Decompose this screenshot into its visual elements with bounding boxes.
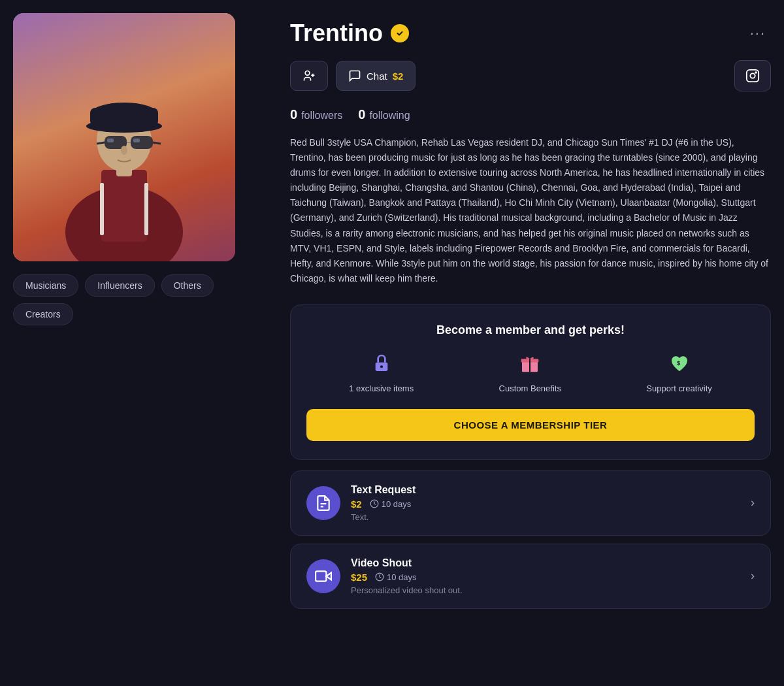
svg-rect-12 — [107, 139, 114, 142]
svg-point-22 — [750, 73, 755, 78]
perk-support-label: Support creativity — [646, 384, 711, 393]
video-shout-info: Video Shout $25 10 days Personalized vid… — [351, 557, 740, 595]
perk-exclusive-label: 1 exclusive items — [349, 384, 414, 393]
svg-rect-10 — [131, 136, 153, 149]
perk-support: $ Support creativity — [646, 353, 711, 393]
chat-button[interactable]: Chat $2 — [336, 61, 416, 91]
video-shout-desc: Personalized video shout out. — [351, 585, 740, 595]
svg-point-16 — [121, 146, 127, 155]
left-column: Musicians Influencers Others Creators — [13, 13, 274, 617]
profile-name-row: Trentino — [290, 20, 409, 47]
video-shout-meta: $25 10 days — [351, 572, 740, 583]
profile-image — [13, 13, 235, 261]
tags-container: Musicians Influencers Others Creators — [13, 274, 274, 325]
text-request-days: 10 days — [370, 499, 412, 509]
stats-row: 0 followers 0 following — [290, 107, 771, 122]
perk-custom: Custom Benefits — [499, 353, 561, 393]
svg-point-8 — [86, 120, 162, 133]
text-request-info: Text Request $2 10 days Text. — [351, 484, 740, 522]
heart-dollar-icon: $ — [669, 353, 690, 378]
svg-rect-1 — [101, 170, 147, 242]
svg-rect-3 — [144, 183, 148, 235]
following-count: 0 — [358, 107, 365, 122]
followers-stat: 0 followers — [290, 107, 342, 122]
svg-rect-13 — [133, 139, 140, 142]
video-shout-title: Video Shout — [351, 557, 740, 569]
clock-icon — [370, 499, 379, 508]
text-request-chevron: › — [751, 496, 755, 510]
membership-perks: 1 exclusive items Custom Benefits — [306, 353, 755, 393]
text-request-icon — [306, 486, 340, 520]
membership-title: Become a member and get perks! — [306, 323, 755, 337]
svg-point-18 — [305, 71, 310, 76]
following-label: following — [369, 110, 410, 122]
action-buttons-left: Chat $2 — [290, 61, 416, 91]
video-shout-icon — [306, 559, 340, 593]
svg-point-23 — [755, 72, 757, 73]
svg-line-14 — [97, 142, 105, 144]
action-buttons: Chat $2 — [290, 60, 771, 91]
svg-point-25 — [380, 365, 383, 368]
svg-rect-34 — [316, 571, 326, 581]
more-options-button[interactable]: ··· — [745, 22, 771, 44]
video-shout-chevron: › — [751, 569, 755, 583]
text-request-card[interactable]: Text Request $2 10 days Text. › — [290, 470, 771, 536]
profile-name: Trentino — [290, 20, 383, 47]
video-shout-price: $25 — [351, 572, 367, 583]
gift-icon — [519, 353, 540, 378]
svg-marker-33 — [326, 573, 331, 580]
chat-label: Chat — [367, 71, 387, 82]
perk-exclusive: 1 exclusive items — [349, 353, 414, 393]
text-request-desc: Text. — [351, 512, 740, 522]
tag-influencers[interactable]: Influencers — [85, 274, 154, 297]
followers-count: 0 — [290, 107, 297, 122]
tag-musicians[interactable]: Musicians — [13, 274, 78, 297]
instagram-button[interactable] — [734, 60, 771, 91]
followers-label: followers — [301, 110, 342, 122]
membership-cta-button[interactable]: CHOOSE A MEMBERSHIP TIER — [306, 409, 755, 441]
profile-header: Trentino ··· — [290, 20, 771, 47]
chat-price: $2 — [393, 71, 404, 82]
follow-button[interactable] — [290, 61, 328, 91]
instagram-icon — [745, 69, 760, 83]
text-request-price: $2 — [351, 498, 362, 510]
text-request-title: Text Request — [351, 484, 740, 496]
verified-badge — [391, 24, 409, 42]
chat-icon — [348, 69, 361, 82]
following-stat: 0 following — [358, 107, 410, 122]
bio-text: Red Bull 3style USA Champion, Rehab Las … — [290, 135, 771, 286]
right-column: Trentino ··· — [290, 13, 771, 617]
tag-creators[interactable]: Creators — [13, 303, 73, 325]
follow-icon — [302, 69, 316, 82]
video-shout-card[interactable]: Video Shout $25 10 days Personalized vid… — [290, 544, 771, 609]
svg-line-15 — [153, 142, 161, 144]
clock-icon-2 — [375, 572, 384, 581]
perk-custom-label: Custom Benefits — [499, 384, 561, 393]
svg-point-17 — [395, 28, 405, 39]
svg-rect-2 — [100, 183, 104, 235]
svg-text:$: $ — [677, 360, 681, 367]
video-shout-days: 10 days — [375, 572, 417, 582]
membership-card: Become a member and get perks! 1 exclusi… — [290, 304, 771, 460]
svg-rect-21 — [747, 70, 759, 82]
tag-others[interactable]: Others — [161, 274, 214, 297]
text-request-meta: $2 10 days — [351, 498, 740, 510]
lock-icon — [371, 353, 392, 378]
